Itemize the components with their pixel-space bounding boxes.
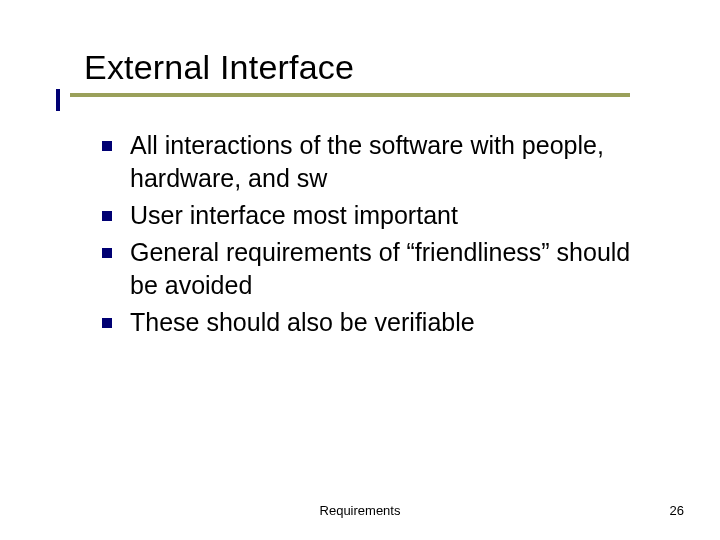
title-rule [70, 93, 630, 97]
rule-bar [70, 93, 630, 97]
bullet-text: These should also be verifiable [130, 306, 475, 339]
slide-title: External Interface [84, 48, 660, 87]
footer-label: Requirements [320, 503, 401, 518]
slide: External Interface All interactions of t… [0, 0, 720, 540]
square-bullet-icon [102, 141, 112, 151]
square-bullet-icon [102, 211, 112, 221]
rule-tick-icon [56, 89, 60, 111]
page-number: 26 [670, 503, 684, 518]
bullet-text: General requirements of “friendliness” s… [130, 236, 660, 302]
list-item: General requirements of “friendliness” s… [102, 236, 660, 302]
list-item: These should also be verifiable [102, 306, 660, 339]
list-item: User interface most important [102, 199, 660, 232]
title-block: External Interface [84, 48, 660, 97]
slide-footer: Requirements 26 [0, 503, 720, 518]
square-bullet-icon [102, 318, 112, 328]
list-item: All interactions of the software with pe… [102, 129, 660, 195]
bullet-text: User interface most important [130, 199, 458, 232]
square-bullet-icon [102, 248, 112, 258]
bullet-list: All interactions of the software with pe… [84, 129, 660, 339]
bullet-text: All interactions of the software with pe… [130, 129, 660, 195]
